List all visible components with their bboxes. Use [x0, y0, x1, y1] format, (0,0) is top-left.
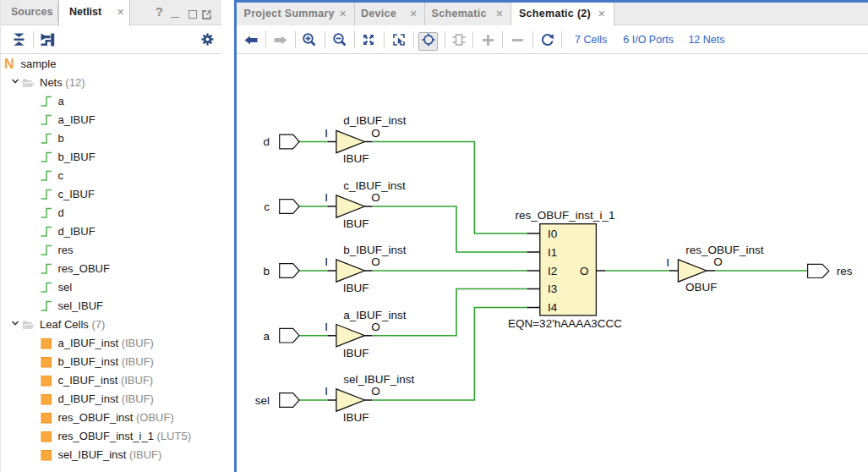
svg-text:a: a	[263, 330, 270, 343]
svg-text:O: O	[713, 255, 723, 268]
svg-text:I4: I4	[548, 301, 558, 314]
svg-text:O: O	[371, 255, 380, 268]
svg-text:I: I	[325, 127, 328, 140]
svg-text:I3: I3	[548, 283, 557, 295]
svg-text:res_OBUF_inst: res_OBUF_inst	[685, 244, 764, 256]
svg-text:O: O	[371, 385, 380, 398]
svg-text:I: I	[325, 385, 328, 398]
svg-text:O: O	[580, 265, 589, 277]
svg-text:O: O	[371, 127, 380, 140]
svg-text:O: O	[371, 321, 380, 333]
svg-text:IBUF: IBUF	[342, 152, 368, 165]
svg-text:d_IBUF_inst: d_IBUF_inst	[343, 114, 407, 127]
svg-text:O: O	[371, 191, 380, 204]
svg-text:I: I	[666, 256, 669, 269]
svg-text:IBUF: IBUF	[342, 282, 368, 294]
svg-text:IBUF: IBUF	[342, 217, 368, 230]
svg-text:res: res	[836, 265, 852, 277]
svg-text:res_OBUF_inst_i_1: res_OBUF_inst_i_1	[515, 209, 614, 222]
svg-text:I0: I0	[548, 228, 557, 240]
svg-text:EQN=32'hAAAA3CCC: EQN=32'hAAAA3CCC	[507, 317, 621, 330]
svg-text:I: I	[325, 255, 328, 268]
svg-text:IBUF: IBUF	[342, 347, 368, 359]
svg-text:sel: sel	[254, 394, 269, 407]
svg-text:I1: I1	[548, 246, 557, 259]
svg-text:b_IBUF_inst: b_IBUF_inst	[343, 244, 407, 256]
svg-text:c: c	[264, 200, 270, 213]
svg-text:d: d	[263, 135, 270, 148]
svg-text:OBUF: OBUF	[685, 281, 717, 294]
svg-text:I: I	[325, 191, 328, 204]
svg-text:c_IBUF_inst: c_IBUF_inst	[343, 179, 406, 192]
svg-text:IBUF: IBUF	[342, 411, 368, 424]
svg-text:a_IBUF_inst: a_IBUF_inst	[343, 309, 407, 321]
svg-text:sel_IBUF_inst: sel_IBUF_inst	[343, 373, 414, 386]
svg-text:I2: I2	[548, 265, 557, 277]
svg-text:b: b	[263, 265, 270, 277]
svg-text:I: I	[325, 321, 328, 333]
